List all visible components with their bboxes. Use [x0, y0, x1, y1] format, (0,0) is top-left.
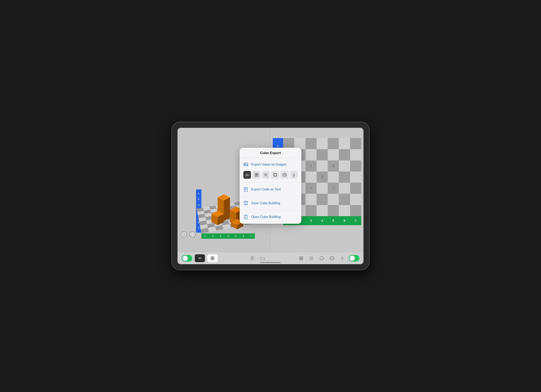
toolbar-grid4-btn[interactable] — [297, 254, 305, 262]
svg-rect-55 — [211, 257, 212, 258]
save-row[interactable]: Save Cube Building — [240, 199, 301, 208]
svg-rect-58 — [213, 259, 214, 260]
ipad-frame: 7 6 5 4 3 2 1 — [172, 122, 369, 270]
svg-rect-64 — [301, 257, 303, 258]
svg-rect-37 — [257, 173, 258, 175]
opt-layers-btn[interactable] — [262, 171, 270, 179]
svg-rect-65 — [300, 259, 301, 260]
code-icon: {} — [341, 256, 343, 260]
main-area: 7 6 5 4 3 2 1 — [177, 128, 364, 252]
save-section: Save Cube Building — [240, 196, 301, 210]
export-images-section: Export Views as Images 3D — [240, 158, 301, 183]
modal-title: Cube Export — [240, 148, 301, 158]
svg-rect-36 — [255, 173, 256, 175]
opt-code-btn[interactable]: {} — [290, 171, 298, 179]
svg-rect-39 — [257, 175, 258, 177]
toolbar-cube-btn[interactable] — [328, 254, 336, 262]
box-icon — [320, 256, 324, 260]
layers-icon — [309, 257, 313, 260]
modal-overlay: Cube Export — [177, 128, 364, 252]
opt-3d-btn[interactable]: 3D — [243, 171, 251, 179]
svg-rect-63 — [300, 257, 301, 258]
export-images-label: Export Views as Images — [251, 163, 286, 166]
svg-rect-38 — [255, 175, 256, 177]
export-code-icon — [243, 187, 248, 192]
export-images-row[interactable]: Export Views as Images — [240, 160, 301, 169]
toolbar: 3D — [177, 252, 364, 264]
export-code-row[interactable]: Export Code as Text — [240, 185, 301, 194]
toolbar-layers-btn[interactable] — [307, 254, 315, 262]
home-indicator — [260, 262, 281, 263]
save-icon — [243, 201, 248, 206]
ipad-screen: 7 6 5 4 3 2 1 — [177, 128, 364, 264]
svg-rect-56 — [213, 257, 214, 258]
toolbar-3d-btn[interactable]: 3D — [195, 254, 205, 262]
opt-cube-btn[interactable] — [281, 171, 288, 179]
toolbar-grid-btn[interactable] — [207, 254, 218, 262]
toolbar-code-btn[interactable]: {} — [338, 254, 346, 262]
open-icon — [243, 214, 248, 219]
trash-icon — [250, 256, 254, 260]
svg-rect-43 — [274, 173, 277, 176]
toolbar-box-btn[interactable] — [318, 254, 326, 262]
export-code-label: Export Code as Text — [251, 188, 281, 191]
save-label: Save Cube Building — [251, 201, 280, 205]
cube-icon — [330, 256, 334, 260]
toolbar-folder-btn[interactable] — [259, 254, 266, 262]
toolbar-3d-label: 3D — [198, 257, 202, 260]
export-options-row: 3D — [240, 169, 301, 180]
svg-rect-66 — [301, 259, 303, 260]
svg-rect-57 — [211, 259, 212, 260]
right-toggle[interactable] — [349, 255, 359, 262]
modal-card: Cube Export — [240, 148, 301, 224]
svg-marker-44 — [274, 173, 277, 176]
grid4-icon — [299, 256, 303, 260]
opt-box-btn[interactable] — [271, 171, 279, 179]
grid-btn-icon — [211, 256, 214, 260]
export-images-icon — [243, 162, 248, 167]
open-section: Open Cube Building — [240, 210, 301, 224]
toolbar-trash-btn[interactable] — [248, 254, 256, 262]
folder-icon — [260, 256, 265, 260]
left-toggle[interactable] — [182, 255, 192, 262]
opt-grid-btn[interactable] — [253, 171, 260, 179]
svg-rect-49 — [244, 187, 247, 192]
svg-marker-70 — [320, 256, 323, 260]
open-row[interactable]: Open Cube Building — [240, 212, 301, 222]
open-label: Open Cube Building — [251, 215, 281, 219]
export-code-section: Export Code as Text — [240, 183, 301, 196]
